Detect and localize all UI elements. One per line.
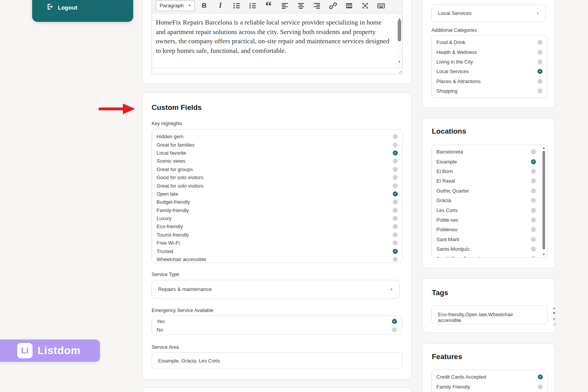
radio-indicator[interactable]: ✓ xyxy=(531,159,536,164)
location-option[interactable]: Barceloneta xyxy=(436,147,536,157)
key-highlight-option[interactable]: Great for groups xyxy=(157,165,398,173)
bulleted-list-icon[interactable] xyxy=(232,1,240,10)
scroll-up-icon[interactable]: ▲ xyxy=(552,307,557,309)
key-highlight-option[interactable]: Free Wi-Fi xyxy=(157,239,398,247)
scroll-down-icon[interactable]: ▼ xyxy=(541,253,546,256)
radio-indicator[interactable]: ✓ xyxy=(537,69,542,74)
keyboard-shortcuts-icon[interactable] xyxy=(377,1,385,10)
radio-indicator[interactable] xyxy=(531,208,536,213)
location-option[interactable]: Sarrià-Sant Gervasi xyxy=(436,254,536,258)
radio-indicator[interactable] xyxy=(531,217,536,222)
radio-indicator[interactable] xyxy=(393,208,398,213)
logout-button[interactable]: Logout xyxy=(46,3,77,11)
radio-indicator[interactable] xyxy=(393,175,398,180)
location-option[interactable]: Eixample ✓ xyxy=(436,157,536,166)
tags-textarea[interactable]: Eco-friendly,Open late,Wheelchair access… xyxy=(431,305,548,324)
key-highlight-option[interactable]: Budget-friendly xyxy=(157,198,398,206)
radio-indicator[interactable] xyxy=(393,183,398,188)
key-highlight-option[interactable]: Great for families xyxy=(157,140,398,149)
radio-indicator[interactable]: ✓ xyxy=(538,374,543,379)
radio-indicator[interactable] xyxy=(531,227,536,232)
radio-indicator[interactable] xyxy=(537,40,542,45)
key-highlight-option[interactable]: Open late ✓ xyxy=(157,190,398,198)
scroll-down-icon[interactable]: ▼ xyxy=(397,57,402,67)
editor-content[interactable]: HomeFix Repairs Barcelona is a reliable … xyxy=(152,13,402,68)
emergency-option[interactable]: Yes ✓ xyxy=(157,317,397,326)
tags-resize-grip[interactable] xyxy=(552,322,555,325)
category-select[interactable]: Local Services ▼ xyxy=(431,4,546,22)
key-highlight-option[interactable]: Good for solo visitors xyxy=(157,173,398,181)
location-option[interactable]: Sant Martí xyxy=(436,235,536,244)
key-highlight-option[interactable]: Local favorite ✓ xyxy=(157,149,398,157)
location-option[interactable]: El Raval xyxy=(436,176,536,186)
key-highlight-option[interactable]: Scenic views xyxy=(157,157,398,165)
location-option[interactable]: El Born xyxy=(436,167,536,176)
category-option[interactable]: Living in the City xyxy=(436,57,542,67)
location-option[interactable]: Gothic Quarter xyxy=(436,186,536,196)
location-option[interactable]: Les Corts xyxy=(436,205,536,215)
numbered-list-icon[interactable] xyxy=(248,1,256,10)
feature-option[interactable]: Family Friendly xyxy=(436,382,543,391)
fullscreen-icon[interactable] xyxy=(361,1,369,10)
scrollbar-thumb[interactable] xyxy=(398,20,401,41)
radio-indicator[interactable] xyxy=(393,216,398,221)
scroll-up-icon[interactable]: ▲ xyxy=(541,146,546,150)
radio-indicator[interactable] xyxy=(393,240,398,245)
key-highlight-option[interactable]: Trusted ✓ xyxy=(157,247,398,255)
location-option[interactable]: Gràcia xyxy=(436,196,536,205)
radio-indicator[interactable]: ✓ xyxy=(392,319,397,324)
category-option[interactable]: Health & Wellness xyxy=(436,47,542,57)
radio-indicator[interactable] xyxy=(531,256,536,258)
feature-option[interactable]: Credit Cards Accepted ✓ xyxy=(436,372,543,382)
location-option[interactable]: Sants-Montjuïc xyxy=(436,244,536,254)
key-highlight-option[interactable]: Luxury xyxy=(157,214,398,222)
scrollbar-thumb[interactable] xyxy=(553,312,555,314)
radio-indicator[interactable] xyxy=(537,59,542,64)
bold-icon[interactable]: B xyxy=(200,1,208,10)
category-option[interactable]: Local Services ✓ xyxy=(436,67,542,76)
blockquote-icon[interactable]: “ xyxy=(265,3,273,9)
radio-indicator[interactable]: ✓ xyxy=(393,191,398,196)
category-option[interactable]: Shopping xyxy=(436,86,542,96)
radio-indicator[interactable]: ✓ xyxy=(393,150,398,155)
key-highlight-option[interactable]: Family-friendly xyxy=(157,206,398,214)
tags-scrollbar[interactable]: ▲ ▼ xyxy=(552,307,557,320)
key-highlight-option[interactable]: Hidden gem xyxy=(157,132,398,140)
key-highlight-option[interactable]: Wheelchair accessible xyxy=(157,255,398,263)
radio-indicator[interactable]: ✓ xyxy=(393,249,398,254)
radio-indicator[interactable] xyxy=(393,199,398,204)
radio-indicator[interactable] xyxy=(531,237,536,242)
align-left-icon[interactable] xyxy=(281,1,289,10)
service-area-input[interactable] xyxy=(152,352,402,369)
radio-indicator[interactable] xyxy=(538,384,543,389)
radio-indicator[interactable] xyxy=(537,88,542,93)
radio-indicator[interactable] xyxy=(393,257,398,262)
location-option[interactable]: Poble-sec xyxy=(436,215,536,225)
radio-indicator[interactable] xyxy=(393,224,398,229)
radio-indicator[interactable] xyxy=(392,327,397,332)
radio-indicator[interactable] xyxy=(393,158,398,163)
editor-resize-grip[interactable] xyxy=(397,69,402,73)
radio-indicator[interactable] xyxy=(393,142,398,147)
radio-indicator[interactable] xyxy=(393,167,398,172)
radio-indicator[interactable] xyxy=(537,50,542,55)
radio-indicator[interactable] xyxy=(531,169,536,174)
radio-indicator[interactable] xyxy=(531,149,536,154)
category-option[interactable]: Places & Attractions xyxy=(436,77,542,86)
key-highlight-option[interactable]: Great for solo visitors xyxy=(157,181,398,189)
emergency-option[interactable]: No xyxy=(157,326,397,334)
insert-link-icon[interactable] xyxy=(329,1,337,10)
key-highlight-option[interactable]: Eco-friendly xyxy=(157,222,398,230)
service-type-select[interactable]: Repairs & maintenance ▼ xyxy=(152,280,400,299)
radio-indicator[interactable] xyxy=(537,79,542,84)
radio-indicator[interactable] xyxy=(531,188,536,193)
italic-icon[interactable]: I xyxy=(216,1,224,10)
radio-indicator[interactable] xyxy=(531,247,536,252)
align-right-icon[interactable] xyxy=(313,1,321,10)
radio-indicator[interactable] xyxy=(393,232,398,237)
radio-indicator[interactable] xyxy=(393,134,398,139)
locations-scrollbar[interactable]: ▲ ▼ xyxy=(541,146,546,256)
location-option[interactable]: Poblenou xyxy=(436,225,536,234)
key-highlight-option[interactable]: Tourist-friendly xyxy=(157,231,398,239)
scrollbar-thumb[interactable] xyxy=(542,151,545,250)
